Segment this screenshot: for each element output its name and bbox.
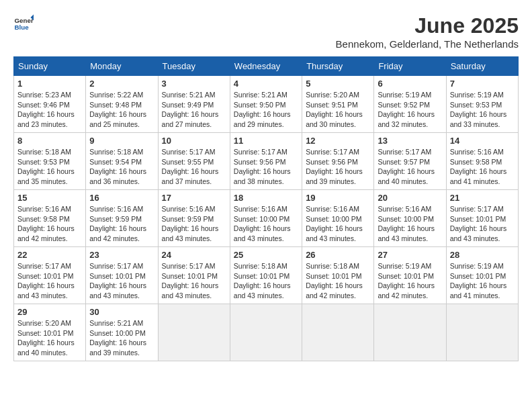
- calendar-cell: [446, 304, 518, 361]
- day-number: 17: [162, 193, 226, 203]
- day-number: 30: [89, 307, 154, 317]
- calendar-cell: 9Sunrise: 5:18 AMSunset: 9:54 PMDaylight…: [86, 133, 158, 190]
- calendar-header-row: SundayMondayTuesdayWednesdayThursdayFrid…: [14, 57, 519, 76]
- day-info: Sunrise: 5:19 AMSunset: 9:53 PMDaylight:…: [450, 90, 515, 130]
- day-info: Sunrise: 5:20 AMSunset: 10:01 PMDaylight…: [17, 318, 82, 358]
- logo-icon: General Blue: [13, 13, 34, 34]
- day-info: Sunrise: 5:16 AMSunset: 9:59 PMDaylight:…: [89, 204, 154, 244]
- day-info: Sunrise: 5:20 AMSunset: 9:51 PMDaylight:…: [306, 90, 370, 130]
- header-sunday: Sunday: [14, 57, 86, 76]
- day-info: Sunrise: 5:16 AMSunset: 10:00 PMDaylight…: [378, 204, 442, 244]
- day-number: 5: [306, 79, 370, 89]
- day-number: 29: [17, 307, 82, 317]
- day-info: Sunrise: 5:16 AMSunset: 9:58 PMDaylight:…: [17, 204, 82, 244]
- day-info: Sunrise: 5:18 AMSunset: 9:53 PMDaylight:…: [17, 147, 82, 187]
- day-info: Sunrise: 5:17 AMSunset: 10:01 PMDaylight…: [89, 261, 154, 301]
- day-number: 15: [17, 193, 82, 203]
- day-number: 26: [306, 250, 370, 260]
- calendar-cell: [374, 304, 446, 361]
- calendar-cell: 3Sunrise: 5:21 AMSunset: 9:49 PMDaylight…: [158, 76, 230, 133]
- day-info: Sunrise: 5:17 AMSunset: 9:56 PMDaylight:…: [234, 147, 298, 187]
- day-number: 13: [378, 136, 442, 146]
- day-number: 21: [450, 193, 515, 203]
- day-number: 1: [17, 79, 82, 89]
- calendar-cell: 30Sunrise: 5:21 AMSunset: 10:00 PMDaylig…: [86, 304, 158, 361]
- day-number: 20: [378, 193, 442, 203]
- header-monday: Monday: [86, 57, 158, 76]
- day-number: 2: [89, 79, 154, 89]
- calendar-cell: 13Sunrise: 5:17 AMSunset: 9:57 PMDayligh…: [374, 133, 446, 190]
- calendar-cell: 19Sunrise: 5:16 AMSunset: 10:00 PMDaylig…: [302, 190, 374, 247]
- calendar-cell: [158, 304, 230, 361]
- month-title: June 2025: [336, 13, 519, 38]
- day-info: Sunrise: 5:16 AMSunset: 10:00 PMDaylight…: [306, 204, 370, 244]
- calendar-cell: 6Sunrise: 5:19 AMSunset: 9:52 PMDaylight…: [374, 76, 446, 133]
- day-number: 11: [234, 136, 298, 146]
- calendar-cell: 18Sunrise: 5:16 AMSunset: 10:00 PMDaylig…: [230, 190, 302, 247]
- day-info: Sunrise: 5:16 AMSunset: 9:58 PMDaylight:…: [450, 147, 515, 187]
- day-info: Sunrise: 5:22 AMSunset: 9:48 PMDaylight:…: [89, 90, 154, 130]
- location-subtitle: Bennekom, Gelderland, The Netherlands: [336, 38, 519, 50]
- calendar-cell: 22Sunrise: 5:17 AMSunset: 10:01 PMDaylig…: [14, 247, 86, 304]
- day-info: Sunrise: 5:17 AMSunset: 9:55 PMDaylight:…: [162, 147, 226, 187]
- day-info: Sunrise: 5:19 AMSunset: 10:01 PMDaylight…: [378, 261, 442, 301]
- day-info: Sunrise: 5:23 AMSunset: 9:46 PMDaylight:…: [17, 90, 82, 130]
- calendar-cell: 15Sunrise: 5:16 AMSunset: 9:58 PMDayligh…: [14, 190, 86, 247]
- day-number: 18: [234, 193, 298, 203]
- calendar-cell: [230, 304, 302, 361]
- day-info: Sunrise: 5:21 AMSunset: 9:49 PMDaylight:…: [162, 90, 226, 130]
- calendar-cell: 2Sunrise: 5:22 AMSunset: 9:48 PMDaylight…: [86, 76, 158, 133]
- calendar-cell: 4Sunrise: 5:21 AMSunset: 9:50 PMDaylight…: [230, 76, 302, 133]
- calendar-week-row: 22Sunrise: 5:17 AMSunset: 10:01 PMDaylig…: [14, 247, 519, 304]
- day-number: 24: [162, 250, 226, 260]
- day-info: Sunrise: 5:17 AMSunset: 9:57 PMDaylight:…: [378, 147, 442, 187]
- day-info: Sunrise: 5:18 AMSunset: 9:54 PMDaylight:…: [89, 147, 154, 187]
- day-number: 27: [378, 250, 442, 260]
- calendar-cell: 28Sunrise: 5:19 AMSunset: 10:01 PMDaylig…: [446, 247, 518, 304]
- day-number: 16: [89, 193, 154, 203]
- day-info: Sunrise: 5:17 AMSunset: 10:01 PMDaylight…: [162, 261, 226, 301]
- day-info: Sunrise: 5:18 AMSunset: 10:01 PMDaylight…: [306, 261, 370, 301]
- calendar-week-row: 29Sunrise: 5:20 AMSunset: 10:01 PMDaylig…: [14, 304, 519, 361]
- day-number: 25: [234, 250, 298, 260]
- svg-text:Blue: Blue: [15, 24, 30, 31]
- day-number: 9: [89, 136, 154, 146]
- calendar-cell: 25Sunrise: 5:18 AMSunset: 10:01 PMDaylig…: [230, 247, 302, 304]
- calendar-cell: 20Sunrise: 5:16 AMSunset: 10:00 PMDaylig…: [374, 190, 446, 247]
- day-number: 8: [17, 136, 82, 146]
- calendar-cell: 5Sunrise: 5:20 AMSunset: 9:51 PMDaylight…: [302, 76, 374, 133]
- header-thursday: Thursday: [302, 57, 374, 76]
- calendar-cell: 10Sunrise: 5:17 AMSunset: 9:55 PMDayligh…: [158, 133, 230, 190]
- logo: General Blue: [13, 13, 34, 34]
- day-info: Sunrise: 5:17 AMSunset: 9:56 PMDaylight:…: [306, 147, 370, 187]
- day-info: Sunrise: 5:19 AMSunset: 9:52 PMDaylight:…: [378, 90, 442, 130]
- calendar-cell: 23Sunrise: 5:17 AMSunset: 10:01 PMDaylig…: [86, 247, 158, 304]
- day-number: 22: [17, 250, 82, 260]
- calendar-cell: 14Sunrise: 5:16 AMSunset: 9:58 PMDayligh…: [446, 133, 518, 190]
- calendar-cell: 29Sunrise: 5:20 AMSunset: 10:01 PMDaylig…: [14, 304, 86, 361]
- calendar-cell: 21Sunrise: 5:17 AMSunset: 10:01 PMDaylig…: [446, 190, 518, 247]
- day-info: Sunrise: 5:21 AMSunset: 9:50 PMDaylight:…: [234, 90, 298, 130]
- calendar-cell: 8Sunrise: 5:18 AMSunset: 9:53 PMDaylight…: [14, 133, 86, 190]
- header-saturday: Saturday: [446, 57, 518, 76]
- day-info: Sunrise: 5:16 AMSunset: 9:59 PMDaylight:…: [162, 204, 226, 244]
- calendar-week-row: 1Sunrise: 5:23 AMSunset: 9:46 PMDaylight…: [14, 76, 519, 133]
- day-number: 28: [450, 250, 515, 260]
- day-number: 6: [378, 79, 442, 89]
- day-number: 3: [162, 79, 226, 89]
- calendar-cell: 26Sunrise: 5:18 AMSunset: 10:01 PMDaylig…: [302, 247, 374, 304]
- day-info: Sunrise: 5:17 AMSunset: 10:01 PMDaylight…: [17, 261, 82, 301]
- calendar-cell: [302, 304, 374, 361]
- day-info: Sunrise: 5:18 AMSunset: 10:01 PMDaylight…: [234, 261, 298, 301]
- calendar-cell: 24Sunrise: 5:17 AMSunset: 10:01 PMDaylig…: [158, 247, 230, 304]
- calendar-cell: 27Sunrise: 5:19 AMSunset: 10:01 PMDaylig…: [374, 247, 446, 304]
- header: General Blue June 2025 Bennekom, Gelderl…: [13, 13, 519, 50]
- calendar-cell: 16Sunrise: 5:16 AMSunset: 9:59 PMDayligh…: [86, 190, 158, 247]
- header-wednesday: Wednesday: [230, 57, 302, 76]
- day-number: 14: [450, 136, 515, 146]
- header-friday: Friday: [374, 57, 446, 76]
- calendar-week-row: 8Sunrise: 5:18 AMSunset: 9:53 PMDaylight…: [14, 133, 519, 190]
- day-info: Sunrise: 5:19 AMSunset: 10:01 PMDaylight…: [450, 261, 515, 301]
- calendar-cell: 17Sunrise: 5:16 AMSunset: 9:59 PMDayligh…: [158, 190, 230, 247]
- day-number: 4: [234, 79, 298, 89]
